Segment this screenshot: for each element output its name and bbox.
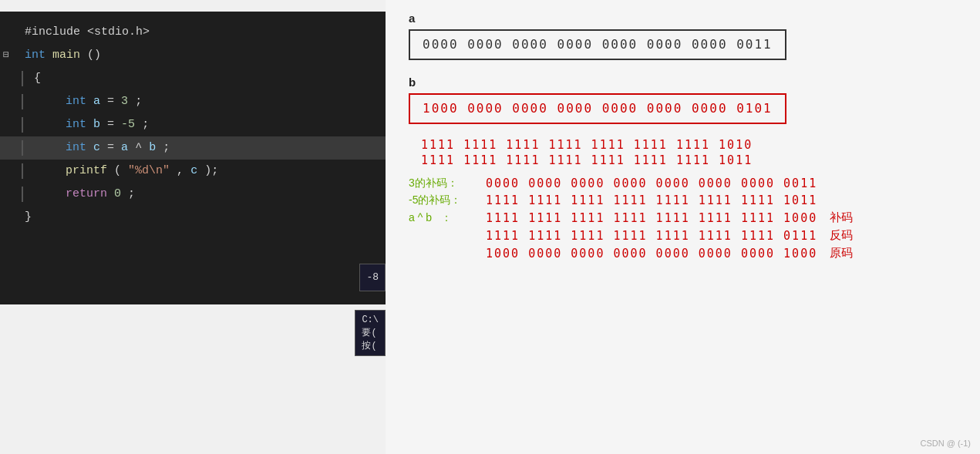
kw-printf: printf [66, 164, 107, 177]
code-line-printf: printf ( "%d\n" , c ); C:\ 要( 按( [0, 160, 386, 183]
eq-c: = [107, 141, 121, 154]
indent-bar-c [22, 140, 23, 156]
indent-bar-printf [22, 163, 23, 179]
code-content-brace-close: } [22, 207, 386, 227]
ann-row-3: 1111 1111 1111 1111 1111 1111 1111 0111 … [409, 228, 957, 243]
code-line-main: ⊟ int main () [0, 44, 386, 67]
indent-bar-b [22, 117, 23, 133]
semi-b: ; [142, 118, 149, 131]
kw-int-main: int [25, 49, 45, 62]
terminal-line-1: C:\ [362, 314, 379, 327]
code-line-int-b: int b = -5 ; [0, 113, 386, 136]
section-b: b 1000 0000 0000 0000 0000 0000 0000 010… [409, 76, 957, 167]
num-neg5: -5 [121, 118, 135, 131]
kw-int-b: int [66, 118, 86, 131]
code-content-int-a: int a = 3 ; [31, 92, 386, 112]
code-line-include: #include <stdio.h> [0, 21, 386, 44]
code-content-include: #include <stdio.h> [22, 22, 386, 42]
ann-label-0: 3的补码： [409, 177, 486, 190]
code-content-int-b: int b = -5 ; [31, 115, 386, 135]
ann-row-0: 3的补码： 0000 0000 0000 0000 0000 0000 0000… [409, 177, 957, 190]
ann-tag-fanma: 反码 [830, 228, 853, 243]
code-content-brace: { [31, 69, 386, 89]
semi-c: ; [163, 141, 170, 154]
format-str: "%d\n" [128, 164, 170, 177]
num-0: 0 [114, 187, 121, 200]
indent-bars-c [22, 140, 28, 156]
kw-return: return [66, 187, 107, 200]
section-b-box: 1000 0000 0000 0000 0000 0000 0000 0101 [409, 93, 786, 124]
kw-int-a: int [66, 95, 86, 108]
section-a: a 0000 0000 0000 0000 0000 0000 0000 001… [409, 12, 957, 72]
semi-ret: ; [128, 187, 135, 200]
ann-binary-2: 1111 1111 1111 1111 1111 1111 1111 1000 [486, 211, 817, 225]
var-a2: a [121, 141, 128, 154]
ann-binary-1: 1111 1111 1111 1111 1111 1111 1111 1011 [486, 193, 817, 207]
ann-tag-buma: 补码 [830, 210, 853, 225]
var-b: b [93, 118, 100, 131]
ann-label-2: a ^ b ： [409, 211, 486, 225]
var-c: c [93, 141, 100, 154]
section-a-box: 0000 0000 0000 0000 0000 0000 0000 0011 [409, 29, 786, 60]
indent-bars-0 [22, 71, 28, 86]
indent-bars-b [22, 117, 28, 133]
eq-b: = [107, 118, 121, 131]
indent-bar-a [22, 94, 23, 109]
terminal-line-3: 按( [362, 340, 379, 353]
code-content-main: int main () [22, 45, 386, 66]
section-a-label: a [409, 12, 957, 25]
collapse-icon: ⊟ [3, 45, 9, 66]
paren: () [87, 49, 101, 62]
kw-main: main [52, 49, 80, 62]
var-c2: c [190, 164, 197, 177]
brace-open: { [34, 72, 41, 85]
popup-value: -8 [359, 264, 386, 291]
ann-tag-yuanma: 原码 [830, 246, 853, 261]
annotation-section: 3的补码： 0000 0000 0000 0000 0000 0000 0000… [409, 177, 957, 261]
code-line-brace-close: } [0, 206, 386, 229]
comma: , [177, 164, 190, 177]
terminal-line-2: 要( [362, 327, 379, 340]
indent-bar-return [22, 187, 23, 202]
popup-value-text: -8 [366, 271, 379, 283]
indent-bar [22, 71, 23, 86]
xor: ^ [135, 141, 149, 154]
paren-close: ); [204, 164, 218, 177]
code-editor: #include <stdio.h> ⊟ int main () { [0, 12, 386, 304]
section-b-binary: 1000 0000 0000 0000 0000 0000 0000 0101 [423, 101, 773, 116]
ann-row-2: a ^ b ： 1111 1111 1111 1111 1111 1111 11… [409, 210, 957, 225]
explain-panel: a 0000 0000 0000 0000 0000 0000 0000 001… [386, 0, 980, 454]
brace-close: } [25, 210, 32, 224]
csdn-watermark: CSDN @ (-1) [920, 439, 971, 448]
ann-label-1: -5的补码： [409, 193, 486, 207]
section-b-sub2: 1111 1111 1111 1111 1111 1111 1111 1011 [421, 153, 957, 167]
kw-int-c: int [66, 141, 86, 154]
include-text: #include <stdio.h> [25, 25, 150, 39]
var-b2: b [149, 141, 156, 154]
indent-bars-return [22, 187, 28, 202]
section-b-sub1: 1111 1111 1111 1111 1111 1111 1111 1010 [421, 138, 957, 152]
ann-binary-3: 1111 1111 1111 1111 1111 1111 1111 0111 [486, 229, 817, 243]
ann-binary-0: 0000 0000 0000 0000 0000 0000 0000 0011 [486, 177, 817, 190]
code-content-printf: printf ( "%d\n" , c ); [31, 161, 386, 181]
code-content-return: return 0 ; [31, 184, 386, 204]
code-line-int-a: int a = 3 ; [0, 90, 386, 113]
num-3: 3 [121, 95, 128, 108]
indent-bars-printf [22, 163, 28, 179]
eq: = [107, 95, 121, 108]
semi: ; [135, 95, 142, 108]
code-content-int-c: int c = a ^ b ; [31, 138, 386, 158]
section-a-binary: 0000 0000 0000 0000 0000 0000 0000 0011 [423, 37, 773, 52]
line-gutter-main: ⊟ [0, 45, 22, 66]
ann-row-4: 1000 0000 0000 0000 0000 0000 0000 1000 … [409, 246, 957, 261]
code-line-brace-open: { [0, 67, 386, 90]
var-a: a [93, 95, 100, 108]
ann-row-1: -5的补码： 1111 1111 1111 1111 1111 1111 111… [409, 193, 957, 207]
main-container: #include <stdio.h> ⊟ int main () { [0, 0, 980, 454]
paren-open: ( [114, 164, 121, 177]
ann-binary-4: 1000 0000 0000 0000 0000 0000 0000 1000 [486, 247, 817, 261]
popup-terminal: C:\ 要( 按( [355, 310, 386, 356]
indent-bars-a [22, 94, 28, 109]
section-b-label: b [409, 76, 957, 89]
code-line-return: return 0 ; [0, 183, 386, 206]
